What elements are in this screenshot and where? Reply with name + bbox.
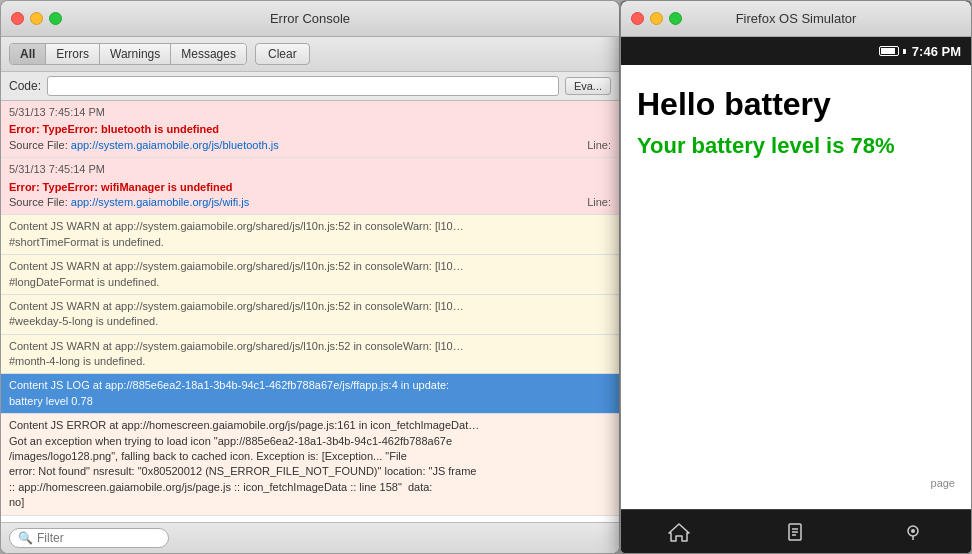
log-entry-error-2[interactable]: 5/31/13 7:45:14 PM Error: TypeError: wif… xyxy=(1,158,619,215)
minimize-button[interactable] xyxy=(30,12,43,25)
search-icon: 🔍 xyxy=(18,531,33,545)
window-controls xyxy=(11,12,62,25)
pin-icon xyxy=(903,522,923,542)
fxos-simulator-window: Firefox OS Simulator 7:46 PM Hello batte… xyxy=(620,0,972,554)
error-console-window: Error Console All Errors Warnings Messag… xyxy=(0,0,620,554)
home-nav-button[interactable] xyxy=(663,516,695,548)
log-entry-warn-3[interactable]: Content JS WARN at app://system.gaiamobi… xyxy=(1,295,619,335)
tab-warnings[interactable]: Warnings xyxy=(100,44,171,64)
timestamp-1: 5/31/13 7:45:14 PM xyxy=(9,105,611,120)
page-icon xyxy=(786,522,806,542)
error-label-1: Error: TypeError: bluetooth is undefined xyxy=(9,122,611,137)
fxos-titlebar: Firefox OS Simulator xyxy=(621,1,971,37)
line-num-2: Line: xyxy=(587,195,611,210)
log-text-selected: Content JS LOG at app://885e6ea2-18a1-3b… xyxy=(9,378,611,409)
log-entry-warn-1[interactable]: Content JS WARN at app://system.gaiamobi… xyxy=(1,215,619,255)
console-log-area: 5/31/13 7:45:14 PM Error: TypeError: blu… xyxy=(1,101,619,522)
fxos-window-title: Firefox OS Simulator xyxy=(736,11,857,26)
fxos-screen: 7:46 PM Hello battery Your battery level… xyxy=(621,37,971,553)
battery-body xyxy=(879,46,899,56)
source-line-2: Source File: app://system.gaiamobile.org… xyxy=(9,195,611,210)
close-button[interactable] xyxy=(11,12,24,25)
home-icon xyxy=(668,522,690,542)
pin-nav-button[interactable] xyxy=(897,516,929,548)
tab-errors[interactable]: Errors xyxy=(46,44,100,64)
eval-button[interactable]: Eva... xyxy=(565,77,611,95)
fxos-nav-toolbar xyxy=(621,509,971,553)
source-line-1: Source File: app://system.gaiamobile.org… xyxy=(9,138,611,153)
filter-input[interactable] xyxy=(37,531,167,545)
warn-text-1: Content JS WARN at app://system.gaiamobi… xyxy=(9,219,611,250)
filter-bar: 🔍 xyxy=(1,522,619,553)
warn-text-2: Content JS WARN at app://system.gaiamobi… xyxy=(9,259,611,290)
battery-icon xyxy=(879,46,906,56)
battery-level-display: Your battery level is 78% xyxy=(637,133,955,159)
app-title: Hello battery xyxy=(637,85,955,123)
status-time: 7:46 PM xyxy=(912,44,961,59)
battery-nub xyxy=(903,49,906,54)
page-nav-button[interactable] xyxy=(780,516,812,548)
svg-marker-0 xyxy=(669,524,689,541)
error-console-titlebar: Error Console xyxy=(1,1,619,37)
code-label: Code: xyxy=(9,79,41,93)
fxos-maximize-button[interactable] xyxy=(669,12,682,25)
tab-all[interactable]: All xyxy=(10,44,46,64)
log-entry-error-1[interactable]: 5/31/13 7:45:14 PM Error: TypeError: blu… xyxy=(1,101,619,158)
warn-text-4: Content JS WARN at app://system.gaiamobi… xyxy=(9,339,611,370)
warn-text-3: Content JS WARN at app://system.gaiamobi… xyxy=(9,299,611,330)
fxos-statusbar: 7:46 PM xyxy=(621,37,971,65)
line-num-1: Line: xyxy=(587,138,611,153)
tab-group: All Errors Warnings Messages xyxy=(9,43,247,65)
fxos-close-button[interactable] xyxy=(631,12,644,25)
source-file-label-2: Source File: xyxy=(9,196,68,208)
svg-point-6 xyxy=(911,529,915,533)
log-entry-warn-2[interactable]: Content JS WARN at app://system.gaiamobi… xyxy=(1,255,619,295)
clear-button[interactable]: Clear xyxy=(255,43,310,65)
filter-toolbar: All Errors Warnings Messages Clear xyxy=(1,37,619,72)
source-link-1[interactable]: app://system.gaiamobile.org/js/bluetooth… xyxy=(71,139,279,151)
window-title: Error Console xyxy=(270,11,350,26)
source-link-2[interactable]: app://system.gaiamobile.org/js/wifi.js xyxy=(71,196,250,208)
error-js-text: Content JS ERROR at app://homescreen.gai… xyxy=(9,418,611,510)
filter-input-wrap: 🔍 xyxy=(9,528,169,548)
battery-fill xyxy=(881,48,895,54)
log-entry-selected[interactable]: Content JS LOG at app://885e6ea2-18a1-3b… xyxy=(1,374,619,414)
maximize-button[interactable] xyxy=(49,12,62,25)
code-bar: Code: Eva... xyxy=(1,72,619,101)
tab-messages[interactable]: Messages xyxy=(171,44,246,64)
error-label-2: Error: TypeError: wifiManager is undefin… xyxy=(9,180,611,195)
fxos-minimize-button[interactable] xyxy=(650,12,663,25)
code-input[interactable] xyxy=(47,76,559,96)
timestamp-2: 5/31/13 7:45:14 PM xyxy=(9,162,611,177)
fxos-app-content: Hello battery Your battery level is 78% … xyxy=(621,65,971,509)
page-link[interactable]: page xyxy=(931,477,955,489)
log-entry-warn-4[interactable]: Content JS WARN at app://system.gaiamobi… xyxy=(1,335,619,375)
log-entry-error-js[interactable]: Content JS ERROR at app://homescreen.gai… xyxy=(1,414,619,515)
fxos-window-controls xyxy=(631,12,682,25)
source-file-label-1: Source File: xyxy=(9,139,68,151)
